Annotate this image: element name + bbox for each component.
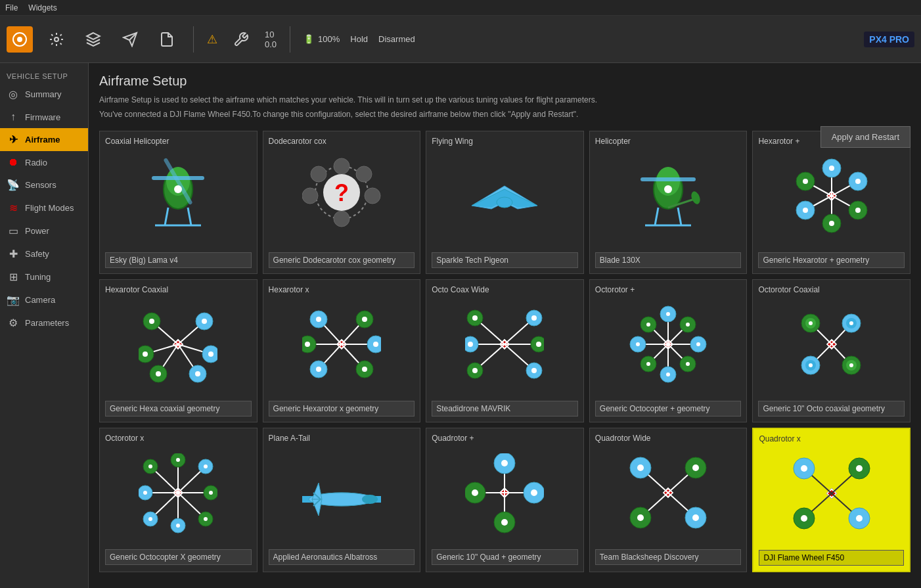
airframe-select-dodeca[interactable]: Generic Dodecarotor cox geometry xyxy=(269,252,415,268)
airframe-select-quad-x[interactable]: DJI Flame Wheel F450 xyxy=(759,550,904,566)
sidebar-item-firmware[interactable]: ↑ Firmware xyxy=(0,106,88,128)
send-button[interactable] xyxy=(117,26,143,53)
summary-icon: ◎ xyxy=(7,88,20,101)
svg-point-19 xyxy=(302,188,318,204)
airframe-image-hexa-x xyxy=(269,298,415,397)
airframe-image-dodeca: ? xyxy=(269,150,415,248)
airframe-octo-coaxial: Octorotor Coaxial xyxy=(752,279,910,422)
airframe-octo-coax-wide: Octo Coax Wide xyxy=(426,279,584,422)
sidebar-item-summary[interactable]: ◎ Summary xyxy=(0,83,88,106)
svg-point-94 xyxy=(316,367,321,372)
svg-line-33 xyxy=(655,208,658,225)
airframe-image-coaxial xyxy=(105,150,252,248)
airframe-plane-atail: Plane A-Tail xyxy=(263,428,421,572)
svg-point-233 xyxy=(856,465,863,472)
airframe-category-hexa-coaxial: Hexarotor Coaxial xyxy=(105,285,252,294)
sidebar-item-radio[interactable]: ⏺ Radio xyxy=(0,151,88,173)
airframe-category-octo-x: Octorotor x xyxy=(105,434,252,443)
airframe-select-octo-coax[interactable]: Steadidrone MAVRIK xyxy=(432,401,578,417)
svg-point-158 xyxy=(809,321,813,325)
svg-point-16 xyxy=(365,188,380,204)
menu-file[interactable]: File xyxy=(5,3,18,12)
sidebar-label-radio: Radio xyxy=(25,158,47,168)
airframe-select-quad-wide[interactable]: Team Blacksheep Discovery xyxy=(595,549,742,565)
airframe-category-quad-wide: Quadrotor Wide xyxy=(595,434,742,443)
svg-point-18 xyxy=(311,166,326,182)
svg-point-32 xyxy=(690,191,701,206)
svg-point-24 xyxy=(497,197,512,208)
waypoint-button[interactable] xyxy=(80,26,106,53)
svg-point-235 xyxy=(856,515,863,522)
airframe-select-helicopter[interactable]: Blade 130X xyxy=(595,252,742,268)
svg-point-156 xyxy=(849,321,853,325)
wrench-button[interactable] xyxy=(228,26,254,53)
svg-point-178 xyxy=(148,464,152,468)
sidebar-item-parameters[interactable]: ⚙ Parameters xyxy=(0,311,88,334)
airframe-select-hexa-coaxial[interactable]: Generic Hexa coaxial geometry xyxy=(105,401,252,417)
airframe-select-octo-plus[interactable]: Generic Octocopter + geometry xyxy=(595,401,742,417)
svg-point-51 xyxy=(829,221,834,226)
airframe-coaxial-heli: Coaxial Helicopter xyxy=(99,131,258,274)
airframe-select-plane-atail[interactable]: Applied Aeronautics Albatross xyxy=(269,549,415,565)
sidebar-item-camera[interactable]: 📷 Camera xyxy=(0,288,88,311)
svg-point-206 xyxy=(472,489,478,496)
airframe-select-hexa-plus[interactable]: Generic Hexarotor + geometry xyxy=(758,252,905,268)
svg-point-112 xyxy=(468,342,473,347)
airframe-select-coaxial[interactable]: Esky (Big) Lama v4 xyxy=(105,252,252,268)
svg-point-114 xyxy=(472,368,478,373)
px4-logo: PX4 PRO xyxy=(864,32,914,47)
settings-button[interactable] xyxy=(43,26,70,53)
svg-point-53 xyxy=(855,179,861,184)
svg-point-135 xyxy=(666,373,670,376)
hold-label: Hold xyxy=(350,34,368,44)
airframe-select-octo-coaxial[interactable]: Generic 10" Octo coaxial geometry xyxy=(758,401,905,417)
svg-point-14 xyxy=(334,158,349,174)
svg-point-185 xyxy=(176,524,180,528)
svg-point-232 xyxy=(801,465,807,472)
svg-point-157 xyxy=(849,363,853,367)
page-title: Airframe Setup xyxy=(99,74,910,89)
sidebar-label-parameters: Parameters xyxy=(25,318,69,328)
airframe-image-octo-plus xyxy=(595,298,742,397)
airframe-icon: ✈ xyxy=(7,133,20,146)
airframe-select-hexa-x[interactable]: Generic Hexarotor x geometry xyxy=(269,401,415,417)
svg-point-17 xyxy=(334,211,349,227)
svg-point-207 xyxy=(531,489,537,496)
sidebar-item-sensors[interactable]: 📡 Sensors xyxy=(0,173,88,196)
sidebar-item-flight-modes[interactable]: ≋ Flight Modes xyxy=(0,196,88,219)
svg-point-139 xyxy=(686,362,690,366)
airframe-category-octo-coax: Octo Coax Wide xyxy=(432,285,578,294)
sidebar-section-title: Vehicle Setup xyxy=(0,68,88,83)
svg-point-9 xyxy=(174,185,182,193)
svg-point-15 xyxy=(356,166,372,182)
content-area: Apply and Restart Airframe Setup Airfram… xyxy=(89,63,921,588)
svg-point-179 xyxy=(204,464,208,468)
parameters-icon: ⚙ xyxy=(7,317,20,329)
svg-point-91 xyxy=(362,317,367,322)
sidebar-item-airframe[interactable]: ✈ Airframe xyxy=(0,128,88,151)
document-button[interactable] xyxy=(154,26,180,53)
svg-line-10 xyxy=(165,208,168,225)
menu-widgets[interactable]: Widgets xyxy=(28,3,56,12)
svg-point-54 xyxy=(803,208,808,213)
airframe-select-octo-x[interactable]: Generic Octocopter X geometry xyxy=(105,549,252,565)
home-button[interactable] xyxy=(7,26,33,53)
svg-rect-29 xyxy=(640,177,696,181)
sidebar-label-airframe: Airframe xyxy=(25,135,60,145)
airframe-select-quad-plus[interactable]: Generic 10" Quad + geometry xyxy=(432,549,578,565)
airframe-image-quad-plus xyxy=(432,447,578,545)
sidebar-item-power[interactable]: ▭ Power xyxy=(0,219,88,242)
sidebar-label-safety: Safety xyxy=(25,249,49,259)
airframe-image-plane-atail xyxy=(269,447,415,545)
apply-restart-button[interactable]: Apply and Restart xyxy=(820,126,910,148)
svg-point-115 xyxy=(531,368,537,373)
airframe-select-flying-wing[interactable]: Sparkle Tech Pigeon xyxy=(432,252,578,268)
svg-point-234 xyxy=(801,515,807,522)
signal-value: 100.0 xyxy=(265,30,277,49)
safety-icon: ✚ xyxy=(7,248,20,260)
svg-point-113 xyxy=(536,342,541,347)
sidebar-item-safety[interactable]: ✚ Safety xyxy=(0,242,88,265)
svg-point-55 xyxy=(855,208,861,213)
main-layout: Vehicle Setup ◎ Summary ↑ Firmware ✈ Air… xyxy=(0,63,921,588)
sidebar-item-tuning[interactable]: ⊞ Tuning xyxy=(0,265,88,288)
